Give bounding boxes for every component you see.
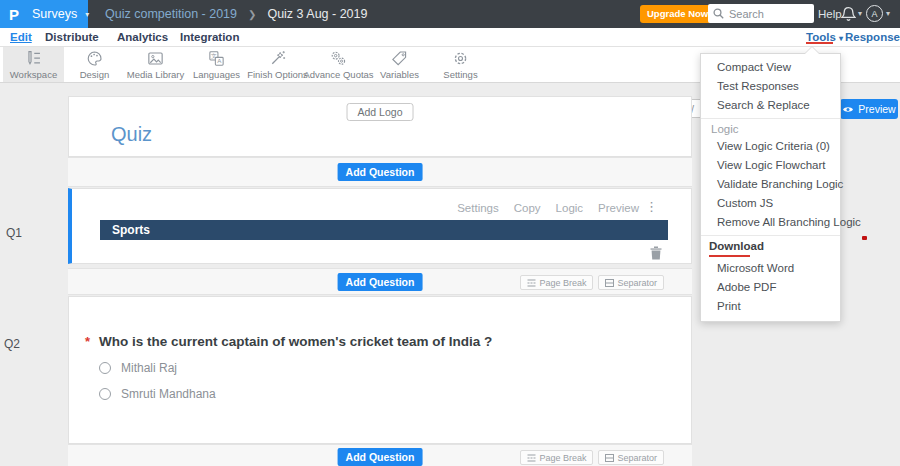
- surveys-app-switcher[interactable]: P Surveys ▾: [0, 0, 88, 28]
- separator-icon: [605, 279, 614, 287]
- menu-item-print[interactable]: Print: [701, 297, 840, 316]
- image-icon: [146, 49, 165, 68]
- answer-option[interactable]: Mithali Raj: [99, 361, 177, 375]
- tab-distribute[interactable]: Distribute: [45, 28, 99, 46]
- question-copy-link[interactable]: Copy: [514, 202, 541, 214]
- avatar-initial: A: [871, 9, 877, 19]
- menu-item-search-replace[interactable]: Search & Replace: [701, 96, 840, 115]
- breadcrumb: Quiz competition - 2019 ❯ Quiz 3 Aug - 2…: [105, 0, 367, 28]
- trash-icon[interactable]: [650, 246, 662, 260]
- top-bar: P Surveys ▾ Quiz competition - 2019 ❯ Qu…: [0, 0, 900, 28]
- gears-icon: [329, 49, 348, 68]
- product-name: Surveys: [32, 7, 77, 21]
- menu-divider: [701, 118, 840, 119]
- question-block-q1[interactable]: Settings Copy Logic Preview ⋮ Sports: [68, 188, 692, 264]
- tools-dropdown-menu: Compact View Test Responses Search & Rep…: [700, 53, 841, 322]
- palette-icon: [85, 49, 104, 68]
- toolbar-design[interactable]: Design: [64, 47, 125, 82]
- magic-wand-icon: [268, 49, 287, 68]
- proprofs-logo: P: [9, 6, 19, 23]
- breadcrumb-survey[interactable]: Quiz 3 Aug - 2019: [267, 7, 367, 21]
- question-number-q2: Q2: [4, 337, 20, 351]
- tools-annotation-underline: [806, 42, 833, 44]
- page-break-icon: [527, 279, 536, 287]
- menu-item-adobe-pdf[interactable]: Adobe PDF: [701, 278, 840, 297]
- translate-icon: 文 A: [207, 49, 226, 68]
- separator-button[interactable]: Separator: [598, 450, 664, 465]
- chevron-down-icon[interactable]: ▾: [858, 0, 862, 28]
- menu-item-remove-branching-logic[interactable]: Remove All Branching Logic: [701, 213, 840, 232]
- gear-icon: [451, 49, 470, 68]
- kebab-menu-icon[interactable]: ⋮: [645, 199, 658, 214]
- radio-icon[interactable]: [99, 362, 111, 374]
- toolbar-finish-options[interactable]: Finish Options: [247, 47, 308, 82]
- page-break-icon: [527, 454, 536, 462]
- question-actions: Settings Copy Logic Preview: [457, 202, 639, 214]
- chevron-down-icon: ▾: [839, 34, 843, 43]
- menu-item-custom-js[interactable]: Custom JS: [701, 194, 840, 213]
- toolbar-workspace[interactable]: Workspace: [3, 47, 64, 82]
- tab-integration[interactable]: Integration: [180, 28, 239, 46]
- page-break-button[interactable]: Page Break: [520, 450, 593, 465]
- notifications-bell-icon[interactable]: [841, 6, 856, 22]
- question-number-q1: Q1: [6, 226, 22, 240]
- menu-item-test-responses[interactable]: Test Responses: [701, 77, 840, 96]
- question-block-q2[interactable]: * Who is the current captain of women's …: [68, 296, 692, 444]
- radio-icon[interactable]: [99, 388, 111, 400]
- question-logic-link[interactable]: Logic: [556, 202, 584, 214]
- separator-button[interactable]: Separator: [598, 275, 664, 290]
- help-link[interactable]: Help: [818, 0, 842, 28]
- menu-caret-icon: [805, 47, 819, 54]
- eye-icon: [842, 105, 854, 114]
- avatar[interactable]: A: [866, 5, 883, 22]
- insert-row: Add Question: [68, 157, 692, 187]
- page-break-button[interactable]: Page Break: [520, 275, 593, 290]
- question-text: Who is the current captain of women's cr…: [99, 334, 492, 349]
- menu-section-logic: Logic: [701, 122, 840, 137]
- question-settings-link[interactable]: Settings: [457, 202, 499, 214]
- chevron-down-icon: ▾: [85, 10, 89, 19]
- question-text-row[interactable]: * Who is the current captain of women's …: [85, 334, 492, 349]
- menu-item-validate-branching-logic[interactable]: Validate Branching Logic: [701, 175, 840, 194]
- question-preview-link[interactable]: Preview: [598, 202, 639, 214]
- toolbar-media-library[interactable]: Media Library: [125, 47, 186, 82]
- insert-row: Add Question Page Break Separator: [68, 444, 692, 466]
- tag-icon: [390, 49, 409, 68]
- required-asterisk: *: [85, 334, 90, 349]
- survey-header-card: Add Logo Quiz: [68, 96, 692, 157]
- breadcrumb-folder[interactable]: Quiz competition - 2019: [105, 7, 237, 21]
- add-question-button[interactable]: Add Question: [338, 273, 423, 291]
- add-question-button[interactable]: Add Question: [338, 163, 423, 181]
- search-box[interactable]: [708, 4, 814, 23]
- menu-divider: [701, 235, 840, 236]
- question-group-title[interactable]: Sports: [100, 220, 668, 240]
- menu-item-compact-view[interactable]: Compact View: [701, 58, 840, 77]
- annotation-red-dot: [862, 236, 867, 240]
- workspace-icon: [24, 49, 43, 68]
- breadcrumb-separator-icon: ❯: [248, 9, 256, 20]
- preview-button[interactable]: Preview: [840, 99, 898, 119]
- tab-edit[interactable]: Edit: [10, 28, 32, 46]
- menu-section-download: Download: [701, 239, 840, 254]
- tab-analytics[interactable]: Analytics: [117, 28, 168, 46]
- answer-option[interactable]: Smruti Mandhana: [99, 387, 216, 401]
- separator-icon: [605, 454, 614, 462]
- main-nav: Edit Distribute Analytics Integration To…: [0, 28, 900, 47]
- responses-link[interactable]: Responses: 0: [845, 28, 900, 46]
- toolbar-settings[interactable]: Settings: [430, 47, 491, 82]
- menu-item-microsoft-word[interactable]: Microsoft Word: [701, 259, 840, 278]
- add-question-button[interactable]: Add Question: [338, 448, 423, 466]
- menu-item-view-logic-criteria[interactable]: View Logic Criteria (0): [701, 137, 840, 156]
- search-icon: [713, 8, 724, 19]
- menu-item-view-logic-flowchart[interactable]: View Logic Flowchart: [701, 156, 840, 175]
- survey-title[interactable]: Quiz: [111, 123, 152, 146]
- add-logo-button[interactable]: Add Logo: [347, 103, 414, 121]
- search-input[interactable]: [729, 8, 807, 20]
- toolbar-languages[interactable]: 文 A Languages: [186, 47, 247, 82]
- insert-row: Add Question Page Break Separator: [68, 268, 692, 295]
- toolbar-advance-quotas[interactable]: Advance Quotas: [308, 47, 369, 82]
- toolbar-variables[interactable]: Variables: [369, 47, 430, 82]
- chevron-down-icon[interactable]: ▾: [886, 0, 890, 28]
- download-annotation-underline: [709, 255, 750, 257]
- upgrade-now-button[interactable]: Upgrade Now: [640, 5, 715, 23]
